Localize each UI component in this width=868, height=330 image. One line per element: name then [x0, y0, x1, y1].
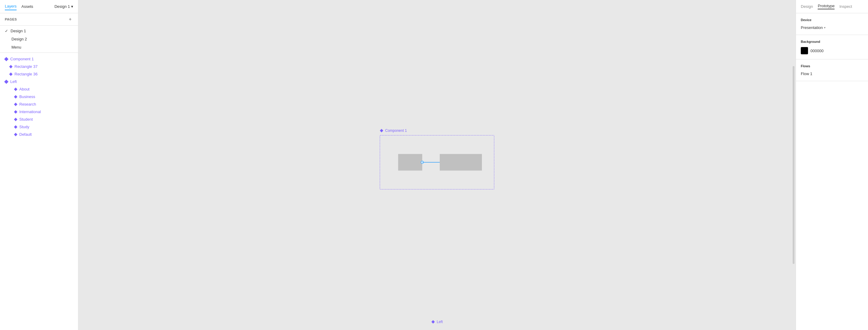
- background-section: Background 000000: [796, 35, 868, 59]
- layer-rect37[interactable]: Rectangle 37: [0, 63, 78, 70]
- rect36-icon: [9, 72, 12, 76]
- bg-color-swatch[interactable]: [801, 47, 808, 54]
- tab-design[interactable]: Design: [801, 4, 813, 9]
- svg-rect-1: [431, 320, 435, 323]
- design-selector-label: Design 1: [55, 4, 70, 9]
- layer-label-research: Research: [19, 102, 36, 107]
- component-frame[interactable]: Component 1: [380, 135, 494, 189]
- background-section-title: Background: [801, 40, 863, 43]
- page-label-design2: Design 2: [11, 37, 27, 41]
- right-panel: Design Prototype Inspect Device Presenta…: [796, 0, 868, 330]
- default-icon: [14, 133, 17, 136]
- right-tabs-bar: Design Prototype Inspect: [796, 0, 868, 13]
- design-selector[interactable]: Design 1 ▾: [55, 4, 73, 9]
- page-label-menu: Menu: [11, 45, 22, 50]
- component-diamond-icon: [380, 129, 383, 132]
- layer-label-default: Default: [19, 132, 32, 137]
- layer-left-group[interactable]: Left: [0, 78, 78, 85]
- tab-prototype[interactable]: Prototype: [818, 4, 835, 9]
- device-row: Presentation ▾: [801, 25, 863, 30]
- page-item-design1[interactable]: ✓ Design 1: [0, 27, 78, 35]
- device-value: Presentation: [801, 25, 823, 30]
- device-section: Device Presentation ▾: [796, 13, 868, 35]
- device-chevron: ▾: [824, 26, 826, 29]
- tab-inspect[interactable]: Inspect: [839, 4, 852, 9]
- layer-component1[interactable]: Component 1: [0, 55, 78, 63]
- bg-row: 000000: [801, 47, 863, 54]
- pages-header: Pages +: [0, 13, 78, 26]
- svg-rect-0: [380, 129, 383, 132]
- bottom-label-icon: [431, 320, 435, 324]
- layers-list: Component 1 Rectangle 37 Rectangle 36 Le…: [0, 53, 78, 330]
- layer-label-left: Left: [10, 79, 17, 84]
- design-selector-chevron: ▾: [71, 4, 73, 9]
- layer-business[interactable]: Business: [0, 93, 78, 100]
- layer-label-about: About: [19, 87, 30, 91]
- left-panel: Layers Assets Design 1 ▾ Pages + ✓ Desig…: [0, 0, 79, 330]
- flow-item[interactable]: Flow 1: [801, 71, 863, 76]
- international-icon: [14, 110, 17, 113]
- layer-label-international: International: [19, 110, 41, 114]
- layer-label-rect36: Rectangle 36: [14, 72, 38, 76]
- flows-section-title: Flows: [801, 64, 863, 68]
- top-tabs-bar: Layers Assets Design 1 ▾: [0, 0, 78, 13]
- rectangle-left: [398, 154, 422, 171]
- student-icon: [14, 118, 17, 121]
- tab-layers[interactable]: Layers: [5, 3, 17, 10]
- canvas-scrollbar[interactable]: [793, 66, 795, 264]
- page-label-design1: Design 1: [10, 29, 26, 33]
- layer-about[interactable]: About: [0, 85, 78, 93]
- layer-international[interactable]: International: [0, 108, 78, 116]
- page-item-menu[interactable]: Menu: [0, 43, 78, 51]
- add-page-button[interactable]: +: [67, 16, 73, 22]
- component-icon: [4, 57, 8, 61]
- layer-student[interactable]: Student: [0, 116, 78, 123]
- canvas-inner: Component 1 Left: [79, 0, 796, 330]
- page-check-icon: ✓: [5, 29, 8, 33]
- canvas-bottom-label: Left: [431, 320, 443, 324]
- layer-label-student: Student: [19, 117, 33, 122]
- layer-label-component1: Component 1: [10, 57, 34, 61]
- about-icon: [14, 88, 17, 91]
- canvas[interactable]: Component 1 Left: [79, 0, 796, 330]
- study-icon: [14, 125, 17, 128]
- layer-label-study: Study: [19, 125, 29, 129]
- page-item-design2[interactable]: Design 2: [0, 35, 78, 43]
- device-select[interactable]: Presentation ▾: [801, 25, 826, 30]
- layer-default[interactable]: Default: [0, 130, 78, 138]
- rect37-icon: [9, 65, 12, 68]
- component-frame-label: Component 1: [380, 128, 407, 133]
- pages-title: Pages: [5, 18, 17, 21]
- flows-section: Flows Flow 1: [796, 59, 868, 81]
- device-section-title: Device: [801, 18, 863, 22]
- rectangle-right: [440, 154, 482, 171]
- layer-research[interactable]: Research: [0, 100, 78, 108]
- business-icon: [14, 95, 17, 98]
- research-icon: [14, 102, 17, 106]
- layer-label-rect37: Rectangle 37: [14, 64, 38, 69]
- pages-list: ✓ Design 1 Design 2 Menu: [0, 26, 78, 53]
- layer-label-business: Business: [19, 94, 35, 99]
- bg-color-value: 000000: [810, 49, 824, 53]
- component-border: [380, 135, 494, 189]
- layer-rect36[interactable]: Rectangle 36: [0, 70, 78, 78]
- tab-assets[interactable]: Assets: [22, 3, 33, 10]
- left-group-icon: [4, 79, 8, 84]
- layer-study[interactable]: Study: [0, 123, 78, 130]
